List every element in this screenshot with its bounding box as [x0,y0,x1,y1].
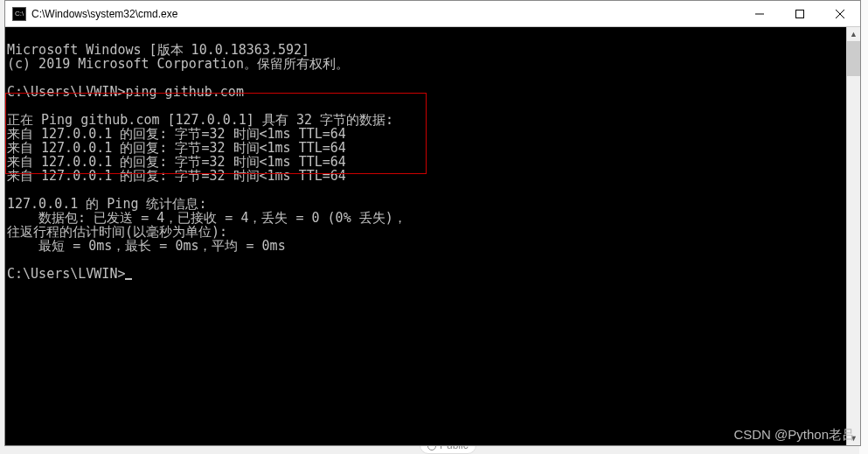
svg-rect-1 [796,10,804,17]
cursor-icon [125,278,132,280]
maximize-button[interactable] [780,1,820,26]
titlebar[interactable]: C:\ C:\Windows\system32\cmd.exe [5,1,860,27]
scrollbar[interactable]: ▲ ▼ [846,27,860,445]
close-button[interactable] [820,1,860,26]
window-title: C:\Windows\system32\cmd.exe [31,8,740,20]
terminal-line: 来自 127.0.0.1 的回复: 字节=32 时间<1ms TTL=64 [7,168,346,184]
cmd-icon: C:\ [12,7,26,21]
minimize-button[interactable] [740,1,780,26]
terminal-line: 最短 = 0ms，最长 = 0ms，平均 = 0ms [7,238,286,254]
watermark: CSDN @Python老吕 [733,427,855,444]
scrollbar-thumb[interactable] [847,41,860,76]
terminal-prompt: C:\Users\LVWIN>ping github.com [7,84,244,100]
terminal-line: (c) 2019 Microsoft Corporation。保留所有权利。 [7,56,349,72]
cmd-window: C:\ C:\Windows\system32\cmd.exe Microsof… [4,0,861,446]
terminal-content[interactable]: Microsoft Windows [版本 10.0.18363.592] (c… [5,27,846,445]
scroll-up-icon[interactable]: ▲ [847,27,860,41]
terminal-area[interactable]: Microsoft Windows [版本 10.0.18363.592] (c… [5,27,860,445]
terminal-prompt: C:\Users\LVWIN> [7,266,125,282]
